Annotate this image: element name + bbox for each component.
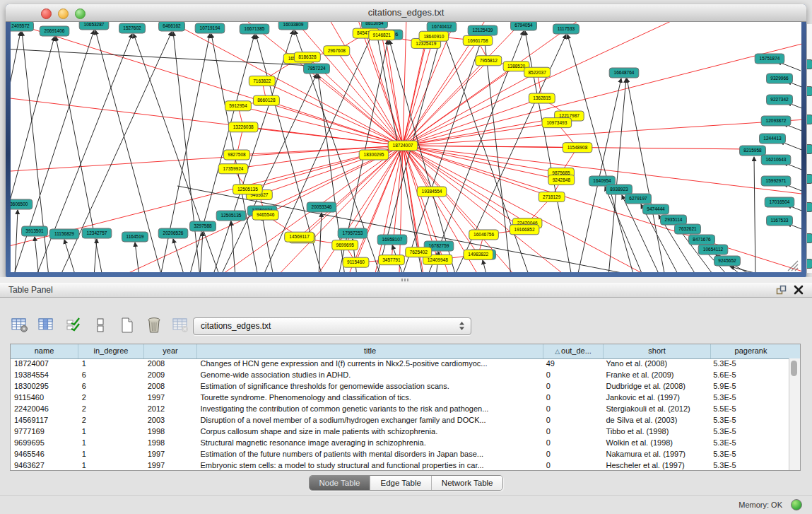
graph-edge[interactable] xyxy=(403,146,432,192)
table-row[interactable]: 977716911998Corpus callosum shape and si… xyxy=(11,426,789,438)
column-header-short[interactable]: short xyxy=(604,344,711,358)
network-window-titlebar[interactable]: citations_edges.txt xyxy=(6,4,806,22)
table-row[interactable]: 946362711997Embryonic stem cells: a mode… xyxy=(11,460,789,470)
table-row[interactable]: 1872400712008Changes of HCN gene express… xyxy=(11,358,789,370)
graph-node-label: 1527602 xyxy=(123,25,141,30)
graph-edge[interactable] xyxy=(754,157,755,272)
table-settings-icon[interactable] xyxy=(10,316,30,334)
graph-edge[interactable] xyxy=(11,146,403,272)
graph-node-label: 19166852 xyxy=(514,227,535,232)
network-window-title: citations_edges.txt xyxy=(6,7,806,18)
graph-edge[interactable] xyxy=(11,146,403,272)
table-cell: de Silva et al. (2003) xyxy=(602,415,710,426)
delete-column-icon[interactable] xyxy=(144,316,164,334)
graph-node-label: 20053346 xyxy=(312,204,332,209)
graph-edge[interactable] xyxy=(627,78,665,272)
graph-edge[interactable] xyxy=(730,267,768,272)
graph-edge[interactable] xyxy=(403,22,758,146)
graph-edge[interactable] xyxy=(11,22,403,146)
table-cell: 0 xyxy=(543,460,603,470)
table-cell: Franke et al. (2009) xyxy=(602,370,710,381)
table-row[interactable]: 969969511998Structural magnetic resonanc… xyxy=(11,438,789,449)
table-cell: 5.3E-5 xyxy=(710,460,789,470)
graph-edge[interactable] xyxy=(11,37,54,272)
table-row[interactable]: 2242004622012Investigating the contribut… xyxy=(11,404,789,415)
graph-node-label: 19384554 xyxy=(422,189,442,194)
window-resize-grip[interactable] xyxy=(788,261,798,271)
column-header-title[interactable]: title xyxy=(197,344,543,358)
graph-edge[interactable] xyxy=(11,146,403,272)
graph-edge[interactable] xyxy=(35,237,39,272)
panel-divider[interactable] xyxy=(0,277,812,283)
graph-node-label: 12125439 xyxy=(473,28,493,33)
row-selection-icon[interactable] xyxy=(64,316,83,334)
column-header-year[interactable]: year xyxy=(144,344,197,358)
graph-edge[interactable] xyxy=(608,78,626,272)
graph-edge[interactable] xyxy=(11,146,403,272)
table-row[interactable]: 1830029562008Estimation of significance … xyxy=(11,381,789,392)
stacked-panels-icon[interactable] xyxy=(90,316,110,334)
graph-edge[interactable] xyxy=(173,239,184,272)
graph-node-label: 17359924 xyxy=(223,166,243,171)
column-header-out_de[interactable]: △out_de... xyxy=(543,344,604,358)
graph-edge[interactable] xyxy=(15,210,18,272)
graph-edge[interactable] xyxy=(11,146,403,272)
graph-node-label: 11548908 xyxy=(567,145,588,150)
network-view[interactable]: 2405572206914061065328715276026466162107… xyxy=(11,22,801,272)
graph-edge[interactable] xyxy=(403,146,561,180)
column-header-pagerank[interactable]: pagerank xyxy=(711,344,791,358)
graph-edge[interactable] xyxy=(200,232,203,272)
memory-status-indicator[interactable] xyxy=(791,499,802,510)
graph-edge[interactable] xyxy=(483,260,487,272)
graph-edge[interactable] xyxy=(11,32,20,272)
tab-network-table[interactable]: Network Table xyxy=(431,476,503,490)
status-bar: Memory: OK xyxy=(0,495,812,514)
tab-node-table[interactable]: Node Table xyxy=(310,476,370,490)
graph-node-label: 7625402 xyxy=(410,250,428,255)
graph-edge[interactable] xyxy=(262,216,273,272)
graph-edge[interactable] xyxy=(577,78,621,272)
table-cell: 2003 xyxy=(144,415,197,426)
graph-edge[interactable] xyxy=(135,243,139,272)
table-row[interactable]: 911546021997Tourette syndrome. Phenomeno… xyxy=(11,392,789,404)
graph-edge[interactable] xyxy=(11,49,312,66)
table-cell: Corpus callosum shape and size in male p… xyxy=(197,426,543,438)
table-row[interactable]: 1456911722003Disruption of a novel membe… xyxy=(11,415,789,426)
table-cell: 14569117 xyxy=(11,415,78,426)
graph-edge[interactable] xyxy=(403,22,801,146)
graph-edge[interactable] xyxy=(403,146,801,256)
graph-edge[interactable] xyxy=(336,51,403,146)
graph-node-label: 6794054 xyxy=(514,23,533,28)
table-row[interactable]: 1938455462009Genome-wide association stu… xyxy=(11,370,789,381)
table-cell: 5.3E-5 xyxy=(710,415,789,426)
table-cell: 5.3E-5 xyxy=(710,438,789,449)
tab-edge-table[interactable]: Edge Table xyxy=(370,476,430,490)
graph-edge[interactable] xyxy=(403,146,561,173)
table-cell: 18300295 xyxy=(11,381,78,392)
table-cell: 9463627 xyxy=(11,460,78,470)
close-panel-icon[interactable] xyxy=(794,285,804,295)
table-cell: 1 xyxy=(78,358,144,370)
graph-node-label: 1164519 xyxy=(126,234,144,239)
graph-node-label: 11156829 xyxy=(54,231,74,236)
graph-edge[interactable] xyxy=(403,146,527,223)
column-header-in_degree[interactable]: in_degree xyxy=(78,344,144,358)
graph-edge[interactable] xyxy=(94,239,97,272)
new-column-icon[interactable] xyxy=(117,316,137,334)
float-panel-icon[interactable] xyxy=(776,285,787,296)
graph-edge[interactable] xyxy=(64,240,76,272)
graph-node-label: 17016504 xyxy=(770,199,790,204)
graph-edge[interactable] xyxy=(262,81,403,146)
column-visibility-icon[interactable] xyxy=(37,316,57,334)
network-canvas[interactable]: 2405572206914061065328715276026466162107… xyxy=(11,22,801,272)
table-select-dropdown[interactable]: citations_edges.txt xyxy=(193,317,471,335)
table-scrollbar[interactable] xyxy=(789,358,800,470)
graph-edge[interactable] xyxy=(403,98,542,146)
table-cell: Estimation of the future numbers of pati… xyxy=(197,449,543,460)
column-header-name[interactable]: name xyxy=(11,344,78,358)
graph-node-label: 1640954 xyxy=(593,178,611,183)
panel-divider-handle[interactable] xyxy=(401,279,410,281)
graph-edge[interactable] xyxy=(266,100,403,146)
table-row[interactable]: 946554611997Estimation of the future num… xyxy=(11,449,789,460)
table-scrollbar-thumb[interactable] xyxy=(791,361,797,376)
